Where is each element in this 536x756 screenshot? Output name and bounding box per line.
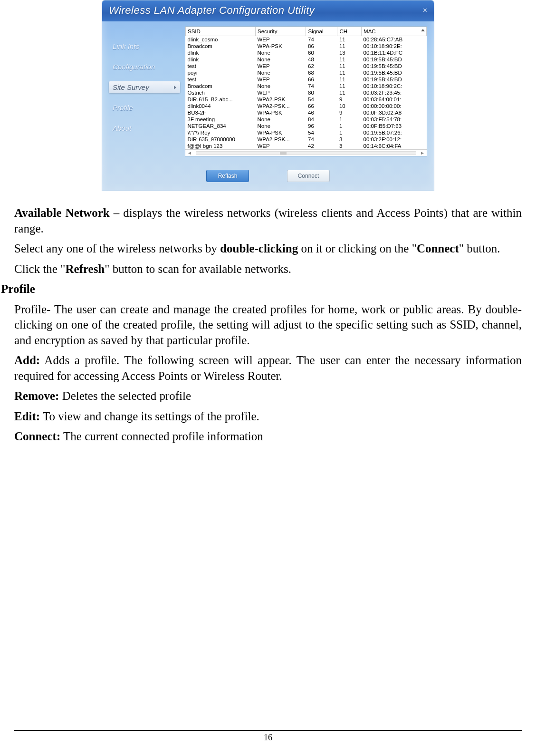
text: on it or clicking on the " xyxy=(298,242,417,255)
title-bar: Wireless LAN Adapter Configuration Utili… xyxy=(102,0,434,21)
scroll-thumb[interactable] xyxy=(280,152,287,155)
cell-ssid: NETGEAR_834 xyxy=(186,123,256,129)
paragraph-refresh: Click the "Refresh" button to scan for a… xyxy=(14,262,522,277)
cell-signal: 96 xyxy=(306,123,337,129)
cell-security: None xyxy=(256,49,306,56)
cell-mac: 00:19:5B:45:BD xyxy=(362,63,427,69)
cell-ssid: f@@l bgn 123 xyxy=(186,143,256,149)
cell-security: None xyxy=(256,116,306,123)
cell-ssid: poyi xyxy=(186,69,256,76)
cell-ch: 1 xyxy=(337,129,362,136)
cell-ssid: \\"\"\\ Roy xyxy=(186,129,256,136)
text: Click the " xyxy=(14,262,65,275)
text: To view and change its settings of the p… xyxy=(40,410,259,423)
table-row[interactable]: testWEP661100:19:5B:45:BD xyxy=(186,76,427,83)
cell-security: WEP xyxy=(256,89,306,96)
network-table[interactable]: SSID Security Signal CH MAC dlink_cosmoW… xyxy=(185,27,427,149)
content-panel: SSID Security Signal CH MAC dlink_cosmoW… xyxy=(185,26,427,156)
cell-ssid: BU3-2F xyxy=(186,109,256,116)
cell-ch: 11 xyxy=(337,43,362,49)
table-row[interactable]: f@@l bgn 123WEP42300:14:6C:04:FA xyxy=(186,143,427,149)
col-signal[interactable]: Signal xyxy=(306,27,337,36)
cell-ssid: test xyxy=(186,63,256,69)
col-mac[interactable]: MAC xyxy=(362,27,427,36)
sidebar-item-profile[interactable]: Profile xyxy=(109,102,180,114)
document-body: Available Network – displays the wireles… xyxy=(14,205,522,445)
cell-ch: 11 xyxy=(337,36,362,43)
col-ssid[interactable]: SSID xyxy=(186,27,256,36)
label-connect: Connect xyxy=(417,242,459,255)
paragraph-available-network: Available Network – displays the wireles… xyxy=(14,205,522,236)
cell-security: WPA2-PSK... xyxy=(256,136,306,143)
cell-ch: 11 xyxy=(337,69,362,76)
cell-signal: 86 xyxy=(306,43,337,49)
cell-ssid: dlink_cosmo xyxy=(186,36,256,43)
cell-signal: 62 xyxy=(306,63,337,69)
cell-mac: 00:1B:11:4D:FC xyxy=(362,49,427,56)
scroll-track[interactable] xyxy=(196,151,416,155)
cell-mac: 00:14:6C:04:FA xyxy=(362,143,427,149)
text: Adds a profile. The following screen wil… xyxy=(14,354,522,382)
col-security[interactable]: Security xyxy=(256,27,306,36)
text: Select any one of the wireless networks … xyxy=(14,242,220,255)
horizontal-scrollbar[interactable]: ◄ ► xyxy=(185,149,427,156)
table-row[interactable]: OstrichWEP801100:03:2F:23:45: xyxy=(186,89,427,96)
scroll-left-icon[interactable]: ◄ xyxy=(187,150,192,155)
table-row[interactable]: testWEP621100:19:5B:45:BD xyxy=(186,63,427,69)
cell-signal: 46 xyxy=(306,109,337,116)
cell-ssid: test xyxy=(186,76,256,83)
cell-ch: 3 xyxy=(337,136,362,143)
cell-ssid: dlink0044 xyxy=(186,103,256,109)
cell-security: WPA2-PSK... xyxy=(256,103,306,109)
cell-ch: 9 xyxy=(337,109,362,116)
col-ch[interactable]: CH xyxy=(337,27,362,36)
cell-ssid: 3F meeting xyxy=(186,116,256,123)
cell-security: WPA-PSK xyxy=(256,43,306,49)
sidebar-item-about[interactable]: About xyxy=(109,122,180,134)
cell-signal: 54 xyxy=(306,96,337,103)
cell-mac: 00:03:2F:23:45: xyxy=(362,89,427,96)
cell-security: None xyxy=(256,69,306,76)
table-row[interactable]: dlinkNone601300:1B:11:4D:FC xyxy=(186,49,427,56)
cell-mac: 00:10:18:90:2C: xyxy=(362,83,427,89)
connect-button[interactable]: Connect xyxy=(287,170,330,182)
table-row[interactable]: DIR-615_B2-abc...WPA2-PSK54900:03:64:00:… xyxy=(186,96,427,103)
cell-signal: 80 xyxy=(306,89,337,96)
cell-ssid: dlink xyxy=(186,49,256,56)
cell-security: WPA-PSK xyxy=(256,129,306,136)
table-row[interactable]: BU3-2FWPA-PSK46900:0F:3D:02:A8 xyxy=(186,109,427,116)
label-remove: Remove: xyxy=(14,389,59,402)
cell-ch: 3 xyxy=(337,143,362,149)
table-row[interactable]: NETGEAR_834None96100:0F:B5:D7:63 xyxy=(186,123,427,129)
table-row[interactable]: dlink_cosmoWEP741100:28:A5:C7:AB xyxy=(186,36,427,43)
table-row[interactable]: dlinkNone481100:19:5B:45:BD xyxy=(186,56,427,63)
wireless-utility-window: Wireless LAN Adapter Configuration Utili… xyxy=(102,0,434,191)
table-row[interactable]: dlink0044WPA2-PSK...661000:00:00:00:00: xyxy=(186,103,427,109)
cell-ch: 11 xyxy=(337,89,362,96)
reflash-button[interactable]: Reflash xyxy=(206,170,249,182)
table-row[interactable]: BroadcomNone741100:10:18:90:2C: xyxy=(186,83,427,89)
sidebar-item-configuration[interactable]: Configuration xyxy=(109,61,180,73)
cell-mac: 00:19:5B:45:BD xyxy=(362,69,427,76)
table-row[interactable]: BroadcomWPA-PSK861100:10:18:90:2E: xyxy=(186,43,427,49)
close-icon[interactable]: × xyxy=(423,6,427,15)
cell-security: WPA2-PSK xyxy=(256,96,306,103)
cell-security: WEP xyxy=(256,76,306,83)
page-number: 16 xyxy=(264,733,272,742)
paragraph-edit: Edit: To view and change its settings of… xyxy=(14,409,522,425)
label-connect-profile: Connect: xyxy=(14,430,60,443)
scroll-right-icon[interactable]: ► xyxy=(420,150,425,155)
cell-mac: 00:10:18:90:2E: xyxy=(362,43,427,49)
sidebar-item-site-survey[interactable]: Site Survey xyxy=(109,81,180,93)
text: The current connected profile informatio… xyxy=(60,430,263,443)
sidebar-item-link-info[interactable]: Link Info xyxy=(109,40,180,52)
table-row[interactable]: poyiNone681100:19:5B:45:BD xyxy=(186,69,427,76)
cell-ch: 11 xyxy=(337,83,362,89)
heading-profile: Profile xyxy=(1,281,522,297)
table-row[interactable]: 3F meetingNone84100:03:F5:54:78: xyxy=(186,116,427,123)
cell-mac: 00:03:2F:00:12: xyxy=(362,136,427,143)
table-row[interactable]: \\"\"\\ RoyWPA-PSK54100:19:5B:07:26: xyxy=(186,129,427,136)
paragraph-profile-body: Profile- The user can create and manage … xyxy=(14,302,522,349)
footer-rule xyxy=(14,730,522,731)
table-row[interactable]: DIR-635_97000000WPA2-PSK...74300:03:2F:0… xyxy=(186,136,427,143)
